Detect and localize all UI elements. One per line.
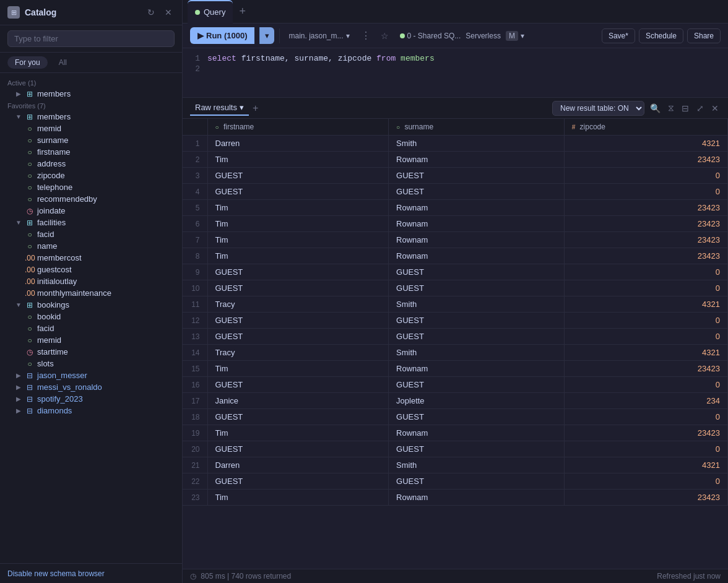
refresh-button[interactable]: ↻ [145,6,157,19]
col-facid2[interactable]: ○ facid [0,322,182,334]
table-row[interactable]: 6 Tim Rownam 23423 [183,216,728,232]
table-row[interactable]: 23 Tim Rownam 23423 [183,490,728,506]
active-members-item[interactable]: ▶ ⊞ members [0,88,182,100]
fav-members-item[interactable]: ▼ ⊞ members [0,111,182,123]
zipcode-cell: 23423 [564,248,727,264]
close-results-button[interactable]: ✕ [709,101,721,115]
db-messi-vs-ronaldo-label: messi_vs_ronaldo [37,382,102,392]
filter-results-button[interactable]: ⧖ [666,101,676,115]
tab-all[interactable]: All [51,56,74,69]
firstname-cell: GUEST [207,377,389,393]
sql-editor[interactable]: 1 select firstname, surname, zipcode fro… [183,48,728,98]
col-zipcode[interactable]: ○ zipcode [0,170,182,181]
catalog-icon: ⊞ [7,6,20,19]
save-button[interactable]: Save* [602,28,635,43]
editor-line-1: 1 select firstname, surname, zipcode fro… [183,53,728,64]
table-row[interactable]: 9 GUEST GUEST 0 [183,264,728,280]
sidebar-title: Catalog [25,7,140,17]
new-result-table-select[interactable]: New result table: ON [552,101,644,116]
table-row[interactable]: 22 GUEST GUEST 0 [183,473,728,490]
table-row[interactable]: 17 Janice Joplette 234 [183,393,728,409]
table-row[interactable]: 12 GUEST GUEST 0 [183,313,728,329]
fav-bookings-item[interactable]: ▼ ⊞ bookings [0,299,182,311]
col-joindate[interactable]: ◷ joindate [0,205,182,217]
table-row[interactable]: 1 Darren Smith 4321 [183,136,728,152]
disable-schema-browser-link[interactable]: Disable new schema browser [7,569,105,578]
col-guestcost[interactable]: .00 guestcost [0,264,182,275]
col-surname[interactable]: ○ surname [0,134,182,146]
db-messi-vs-ronaldo[interactable]: ▶ ⊟ messi_vs_ronaldo [0,381,182,393]
layout-button[interactable]: ⊟ [680,101,691,115]
table-row[interactable]: 21 Darren Smith 4321 [183,457,728,473]
col-telephone[interactable]: ○ telephone [0,181,182,193]
row-number: 15 [183,361,207,377]
db-diamonds[interactable]: ▶ ⊟ diamonds [0,405,182,417]
fav-facilities-item[interactable]: ▼ ⊞ facilities [0,217,182,228]
cluster-selector[interactable]: 0 - Shared SQ... Serverless M ▾ [396,28,528,43]
surname-header[interactable]: ○ surname [389,119,565,136]
results-table-wrapper[interactable]: ○ firstname ○ surname # zipcode [183,119,728,569]
table-row[interactable]: 20 GUEST GUEST 0 [183,441,728,457]
col-firstname[interactable]: ○ firstname [0,146,182,158]
row-number: 3 [183,168,207,184]
add-result-button[interactable]: + [253,103,258,114]
close-sidebar-button[interactable]: ✕ [162,6,175,19]
zipcode-header[interactable]: # zipcode [564,119,727,136]
search-results-button[interactable]: 🔍 [648,101,662,115]
col-icon: ○ [25,195,35,204]
dropdown-icon: ▾ [346,32,350,40]
row-number: 2 [183,152,207,168]
table-row[interactable]: 5 Tim Rownam 23423 [183,200,728,216]
table-row[interactable]: 8 Tim Rownam 23423 [183,248,728,264]
col-name[interactable]: ○ name [0,240,182,252]
db-jason-messer[interactable]: ▶ ⊟ jason_messer [0,369,182,381]
row-number: 20 [183,441,207,457]
row-number: 22 [183,473,207,490]
col-slots[interactable]: ○ slots [0,358,182,369]
table-row[interactable]: 18 GUEST GUEST 0 [183,409,728,425]
table-row[interactable]: 11 Tracy Smith 4321 [183,296,728,313]
col-starttime[interactable]: ◷ starttime [0,346,182,358]
col-bookid[interactable]: ○ bookid [0,311,182,322]
firstname-header[interactable]: ○ firstname [207,119,389,136]
more-options-button[interactable]: ⋮ [358,28,373,43]
new-tab-button[interactable]: + [235,5,249,18]
query-tab[interactable]: Query [188,0,233,24]
table-row[interactable]: 13 GUEST GUEST 0 [183,329,728,345]
table-row[interactable]: 7 Tim Rownam 23423 [183,232,728,248]
col-initialoutlay[interactable]: .00 initialoutlay [0,275,182,287]
col-facid[interactable]: ○ facid [0,228,182,240]
table-row[interactable]: 2 Tim Rownam 23423 [183,152,728,168]
col-monthlymaintenance[interactable]: .00 monthlymaintenance [0,287,182,299]
connection-selector[interactable]: main. jason_m... ▾ [285,29,353,43]
col-memid[interactable]: ○ memid [0,123,182,134]
table-row[interactable]: 19 Tim Rownam 23423 [183,425,728,441]
run-button[interactable]: ▶ Run (1000) [190,27,254,44]
col-membercost[interactable]: .00 membercost [0,252,182,264]
table-row[interactable]: 16 GUEST GUEST 0 [183,377,728,393]
schedule-button[interactable]: Schedule [639,28,683,43]
surname-cell: Smith [389,296,565,313]
col-address[interactable]: ○ address [0,158,182,170]
col-firstname-label: firstname [37,147,70,157]
table-row[interactable]: 4 GUEST GUEST 0 [183,184,728,200]
timing-status: ◷ 805 ms | 740 rows returned [190,572,291,581]
zipcode-cell: 0 [564,168,727,184]
fullscreen-button[interactable]: ⤢ [695,101,706,115]
row-number: 4 [183,184,207,200]
raw-results-tab[interactable]: Raw results ▾ [190,100,249,116]
filter-input[interactable] [7,30,175,47]
run-dropdown-button[interactable]: ▾ [259,27,274,44]
star-button[interactable]: ☆ [378,30,391,42]
db-spotify-2023[interactable]: ▶ ⊟ spotify_2023 [0,393,182,405]
table-row[interactable]: 14 Tracy Smith 4321 [183,345,728,361]
col-memid2[interactable]: ○ memid [0,334,182,346]
table-row[interactable]: 3 GUEST GUEST 0 [183,168,728,184]
share-button[interactable]: Share [687,28,721,43]
table-row[interactable]: 10 GUEST GUEST 0 [183,280,728,296]
table-row[interactable]: 15 Tim Rownam 23423 [183,361,728,377]
tab-for-you[interactable]: For you [7,56,48,69]
num-icon: .00 [25,266,35,274]
table-icon: ⊞ [25,90,35,98]
col-recommendedby[interactable]: ○ recommendedby [0,193,182,205]
